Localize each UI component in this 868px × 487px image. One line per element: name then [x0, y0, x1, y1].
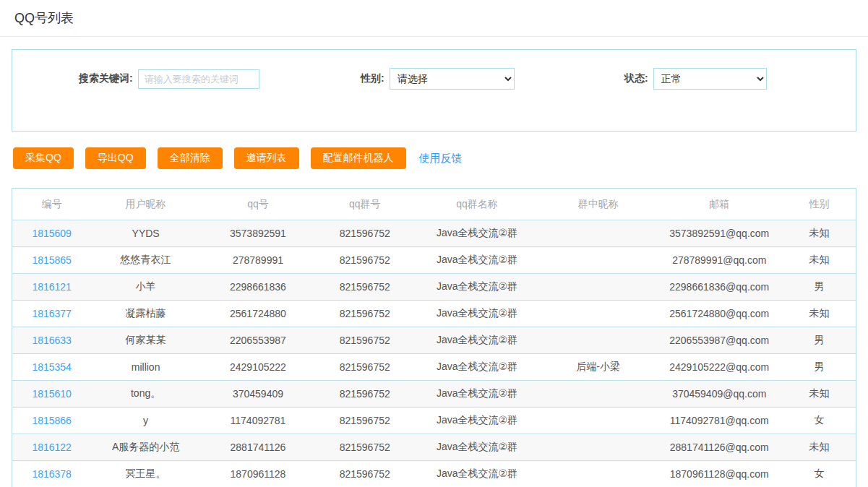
cell-id[interactable]: 1816122: [12, 434, 92, 461]
table-wrap: 编号 用户昵称 qq号 qq群号 qq群名称 群中昵称 邮箱 性别 181560…: [12, 188, 856, 487]
cell-email: 1174092781@qq.com: [656, 408, 783, 434]
column-header-group-nickname: 群中昵称: [541, 189, 656, 220]
cell-email: 2561724880@qq.com: [656, 301, 783, 327]
cell-id[interactable]: 1815610: [12, 381, 92, 408]
cell-gender: 未知: [783, 301, 856, 327]
table-row: 1816121小羊2298661836821596752Java全栈交流②群22…: [12, 274, 856, 301]
table-row: 1815610tong。370459409821596752Java全栈交流②群…: [12, 381, 856, 408]
invite-list-button[interactable]: 邀请列表: [234, 147, 299, 169]
cell-qq-group-name: Java全栈交流②群: [413, 220, 540, 247]
cell-nickname: 何家某某: [91, 327, 200, 354]
cell-email: 1870961128@qq.com: [656, 461, 783, 487]
status-filter-group: 状态: 正常: [624, 68, 767, 90]
gender-filter-group: 性别: 请选择: [361, 68, 515, 90]
cell-qq-group-number: 821596752: [316, 408, 413, 434]
column-header-email: 邮箱: [656, 189, 783, 220]
cell-qq-group-name: Java全栈交流②群: [413, 354, 540, 381]
cell-gender: 女: [783, 408, 856, 434]
page-title: QQ号列表: [14, 9, 868, 27]
qq-table: 编号 用户昵称 qq号 qq群号 qq群名称 群中昵称 邮箱 性别 181560…: [12, 188, 856, 487]
cell-gender: 未知: [783, 434, 856, 461]
cell-qq-group-number: 821596752: [316, 301, 413, 327]
cell-id[interactable]: 1816633: [12, 327, 92, 354]
cell-qq-group-number: 821596752: [316, 354, 413, 381]
table-row: 1816122A服务器的小范2881741126821596752Java全栈交…: [12, 434, 856, 461]
clear-all-button[interactable]: 全部清除: [158, 147, 223, 169]
cell-group-nickname: [541, 274, 656, 301]
cell-qq-group-number: 821596752: [316, 274, 413, 301]
cell-id[interactable]: 1815865: [12, 247, 92, 274]
cell-qq-group-name: Java全栈交流②群: [413, 247, 540, 274]
cell-qq-group-name: Java全栈交流②群: [413, 461, 540, 487]
cell-qq-number: 2206553987: [200, 327, 316, 354]
status-select[interactable]: 正常: [653, 68, 767, 90]
table-header-row: 编号 用户昵称 qq号 qq群号 qq群名称 群中昵称 邮箱 性别: [12, 189, 856, 220]
cell-gender: 未知: [783, 220, 856, 247]
cell-qq-group-name: Java全栈交流②群: [413, 381, 540, 408]
status-label: 状态:: [624, 72, 648, 85]
cell-gender: 未知: [783, 381, 856, 408]
cell-qq-number: 2561724880: [200, 301, 316, 327]
cell-qq-group-name: Java全栈交流②群: [413, 301, 540, 327]
cell-nickname: 冥王星。: [91, 461, 200, 487]
cell-group-nickname: [541, 408, 656, 434]
cell-email: 2429105222@qq.com: [656, 354, 783, 381]
column-header-nickname: 用户昵称: [91, 189, 200, 220]
toolbar: 采集QQ 导出QQ 全部清除 邀请列表 配置邮件机器人 使用反馈: [13, 147, 856, 169]
table-row: 1816378冥王星。1870961128821596752Java全栈交流②群…: [12, 461, 856, 487]
cell-nickname: YYDS: [91, 220, 200, 247]
cell-qq-group-number: 821596752: [316, 327, 413, 354]
cell-id[interactable]: 1816121: [12, 274, 92, 301]
keyword-input[interactable]: [138, 69, 259, 89]
export-qq-button[interactable]: 导出QQ: [85, 147, 146, 169]
cell-qq-number: 278789991: [200, 247, 316, 274]
cell-qq-group-number: 821596752: [316, 381, 413, 408]
cell-id[interactable]: 1815609: [12, 220, 92, 247]
cell-nickname: 悠悠青衣江: [91, 247, 200, 274]
cell-qq-number: 370459409: [200, 381, 316, 408]
gender-select[interactable]: 请选择: [390, 68, 515, 90]
cell-nickname: 小羊: [91, 274, 200, 301]
cell-email: 370459409@qq.com: [656, 381, 783, 408]
table-row: 1816377凝露枯藤2561724880821596752Java全栈交流②群…: [12, 301, 856, 327]
cell-qq-number: 3573892591: [200, 220, 316, 247]
column-header-gender: 性别: [783, 189, 856, 220]
cell-email: 2206553987@qq.com: [656, 327, 783, 354]
keyword-filter-group: 搜索关键词:: [79, 68, 259, 90]
cell-qq-group-number: 821596752: [316, 220, 413, 247]
cell-nickname: y: [91, 408, 200, 434]
cell-id[interactable]: 1816377: [12, 301, 92, 327]
cell-gender: 女: [783, 461, 856, 487]
page-header: QQ号列表: [0, 0, 868, 27]
cell-group-nickname: 后端-小梁: [541, 354, 656, 381]
feedback-link[interactable]: 使用反馈: [419, 152, 463, 165]
cell-id[interactable]: 1815866: [12, 408, 92, 434]
cell-email: 2298661836@qq.com: [656, 274, 783, 301]
cell-nickname: 凝露枯藤: [91, 301, 200, 327]
header-divider: [0, 36, 868, 37]
collect-qq-button[interactable]: 采集QQ: [13, 147, 74, 169]
cell-qq-number: 1174092781: [200, 408, 316, 434]
cell-id[interactable]: 1816378: [12, 461, 92, 487]
cell-id[interactable]: 1815354: [12, 354, 92, 381]
cell-qq-number: 2881741126: [200, 434, 316, 461]
column-header-qq-group-number: qq群号: [316, 189, 413, 220]
cell-qq-group-name: Java全栈交流②群: [413, 434, 540, 461]
table-row: 1815866y1174092781821596752Java全栈交流②群117…: [12, 408, 856, 434]
cell-group-nickname: [541, 461, 656, 487]
table-row: 1815354million2429105222821596752Java全栈交…: [12, 354, 856, 381]
cell-qq-number: 2429105222: [200, 354, 316, 381]
column-header-qq-number: qq号: [200, 189, 316, 220]
cell-group-nickname: [541, 434, 656, 461]
cell-email: 3573892591@qq.com: [656, 220, 783, 247]
cell-qq-number: 2298661836: [200, 274, 316, 301]
column-header-qq-group-name: qq群名称: [413, 189, 540, 220]
configure-mail-bot-button[interactable]: 配置邮件机器人: [311, 147, 406, 169]
cell-nickname: tong。: [91, 381, 200, 408]
column-header-id: 编号: [12, 189, 92, 220]
cell-qq-number: 1870961128: [200, 461, 316, 487]
filter-panel: 搜索关键词: 性别: 请选择 状态: 正常: [12, 49, 856, 132]
cell-qq-group-number: 821596752: [316, 434, 413, 461]
table-row: 1816633何家某某2206553987821596752Java全栈交流②群…: [12, 327, 856, 354]
cell-gender: 男: [783, 354, 856, 381]
